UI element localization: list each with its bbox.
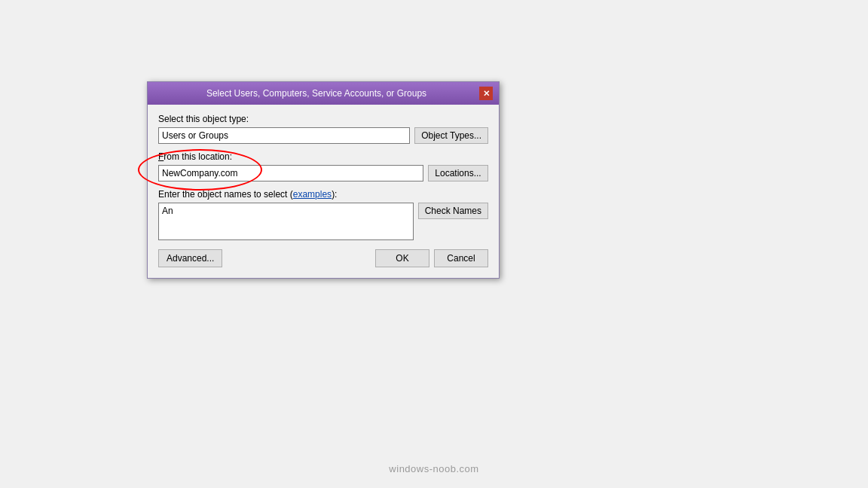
enter-names-section: Enter the object names to select (exampl… bbox=[158, 189, 488, 240]
bottom-right-buttons: OK Cancel bbox=[375, 249, 488, 267]
watermark: windows-noob.com bbox=[389, 463, 478, 474]
ok-button[interactable]: OK bbox=[375, 249, 429, 267]
dialog-wrapper: Select Users, Computers, Service Account… bbox=[147, 81, 500, 279]
bottom-buttons: Advanced... OK Cancel bbox=[158, 249, 488, 267]
object-type-section: Select this object type: Object Types... bbox=[158, 114, 488, 144]
advanced-button[interactable]: Advanced... bbox=[158, 249, 222, 267]
location-label: From this location: bbox=[158, 151, 488, 162]
cancel-button[interactable]: Cancel bbox=[434, 249, 488, 267]
check-names-button[interactable]: Check Names bbox=[418, 203, 488, 219]
bottom-left-buttons: Advanced... bbox=[158, 249, 222, 267]
object-type-row: Object Types... bbox=[158, 127, 488, 144]
select-users-dialog: Select Users, Computers, Service Account… bbox=[147, 81, 500, 279]
title-bar: Select Users, Computers, Service Account… bbox=[148, 82, 499, 105]
location-input[interactable] bbox=[158, 165, 423, 181]
enter-names-label: Enter the object names to select (exampl… bbox=[158, 189, 488, 200]
location-row: Locations... bbox=[158, 165, 488, 181]
dialog-title: Select Users, Computers, Service Account… bbox=[154, 88, 479, 99]
location-section: From this location: Locations... bbox=[158, 151, 488, 181]
dialog-body: Select this object type: Object Types...… bbox=[148, 105, 499, 278]
examples-link[interactable]: examples bbox=[293, 189, 332, 200]
object-names-input[interactable]: An bbox=[158, 203, 414, 240]
enter-row: An Check Names bbox=[158, 203, 488, 240]
object-types-button[interactable]: Object Types... bbox=[414, 127, 488, 144]
object-type-input[interactable] bbox=[158, 127, 410, 144]
close-button[interactable]: ✕ bbox=[479, 87, 493, 100]
locations-button[interactable]: Locations... bbox=[428, 165, 488, 181]
object-type-label: Select this object type: bbox=[158, 114, 488, 124]
